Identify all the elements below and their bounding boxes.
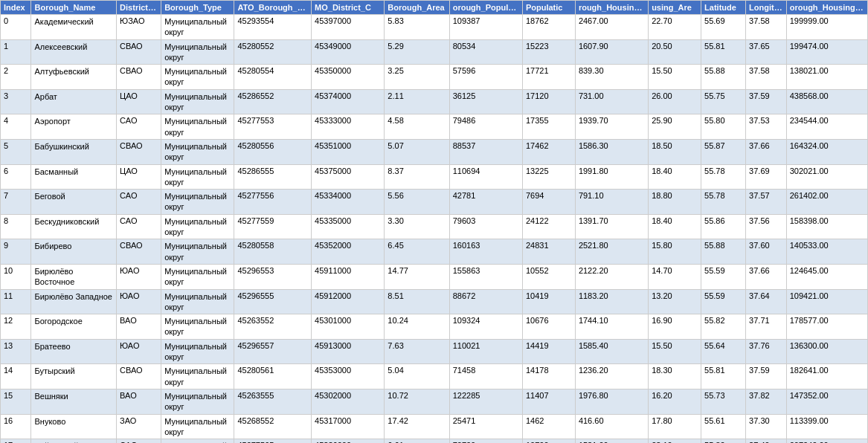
cell-borough_type: Муниципальный округ bbox=[161, 139, 234, 164]
cell-housing2: 25.90 bbox=[649, 114, 701, 140]
table-row: 13БратеевоЮАОМуниципальный округ45296557… bbox=[1, 339, 868, 364]
cell-price: 438568.00 bbox=[786, 89, 867, 114]
table-row: 15ВешнякиВАОМуниципальный округ452635554… bbox=[1, 389, 868, 414]
table-row: 14БутырскийСВАОМуниципальный округ452805… bbox=[1, 364, 868, 389]
cell-housing: 416.60 bbox=[575, 414, 648, 439]
col-header-housing2[interactable]: using_Are bbox=[649, 1, 701, 15]
cell-housing: 1991.80 bbox=[575, 164, 648, 190]
table-row: 5БабушкинскийСВАОМуниципальный округ4528… bbox=[1, 139, 868, 164]
cell-district_name: СВАО bbox=[117, 364, 161, 389]
cell-population: 160163 bbox=[449, 239, 522, 265]
cell-district_name: САО bbox=[117, 214, 161, 239]
col-header-area[interactable]: Borough_Area bbox=[385, 1, 449, 15]
cell-lon: 37.76 bbox=[746, 339, 787, 364]
cell-pop2: 24831 bbox=[522, 239, 575, 265]
cell-borough_name: Академический bbox=[31, 15, 117, 40]
cell-lat: 55.87 bbox=[701, 139, 746, 164]
cell-housing: 1976.80 bbox=[575, 389, 648, 414]
cell-lat: 55.88 bbox=[701, 65, 746, 90]
cell-index: 8 bbox=[1, 214, 31, 239]
cell-area: 6.61 bbox=[385, 439, 449, 443]
cell-housing: 791.10 bbox=[575, 190, 648, 215]
cell-lat: 55.80 bbox=[701, 114, 746, 140]
cell-mo: 45913000 bbox=[312, 339, 385, 364]
cell-borough_name: Бибирево bbox=[31, 239, 117, 265]
cell-borough_type: Муниципальный округ bbox=[161, 264, 234, 289]
cell-district_name: ЮАО bbox=[117, 289, 161, 314]
cell-price: 113399.00 bbox=[786, 414, 867, 439]
cell-housing2: 18.40 bbox=[649, 164, 701, 190]
cell-index: 13 bbox=[1, 339, 31, 364]
col-header-district_name[interactable]: District_Name bbox=[117, 1, 161, 15]
cell-mo: 45349000 bbox=[312, 39, 385, 65]
cell-index: 3 bbox=[1, 89, 31, 114]
cell-district_name: ЮАО bbox=[117, 339, 161, 364]
cell-housing2: 22.70 bbox=[649, 15, 701, 40]
cell-ato: 45280558 bbox=[234, 239, 312, 265]
col-header-lon[interactable]: Longitude bbox=[746, 1, 787, 15]
cell-pop2: 15223 bbox=[522, 39, 575, 65]
cell-housing2: 26.00 bbox=[649, 89, 701, 114]
col-header-index[interactable]: Index bbox=[1, 1, 31, 15]
cell-borough_name: Братеево bbox=[31, 339, 117, 364]
cell-population: 88672 bbox=[449, 289, 522, 314]
cell-ato: 45280556 bbox=[234, 139, 312, 164]
cell-price: 182641.00 bbox=[786, 364, 867, 389]
cell-ato: 45277556 bbox=[234, 190, 312, 215]
cell-housing: 1939.70 bbox=[575, 114, 648, 140]
col-header-housing[interactable]: rough_Housing_Ar bbox=[575, 1, 648, 15]
cell-pop2: 13225 bbox=[522, 164, 575, 190]
table-header-row: IndexBorough_NameDistrict_NameBorough_Ty… bbox=[1, 1, 868, 15]
cell-borough_name: Бирюлёво Восточное bbox=[31, 264, 117, 289]
col-header-ato[interactable]: ATO_Borough_Co bbox=[234, 1, 312, 15]
cell-lat: 55.78 bbox=[701, 164, 746, 190]
cell-housing: 1607.90 bbox=[575, 39, 648, 65]
table-row: 8БескудниковскийСАОМуниципальный округ45… bbox=[1, 214, 868, 239]
cell-borough_type: Муниципальный округ bbox=[161, 314, 234, 340]
col-header-population[interactable]: orough_Populatic bbox=[449, 1, 522, 15]
cell-index: 9 bbox=[1, 239, 31, 265]
cell-lat: 55.82 bbox=[701, 314, 746, 340]
cell-price: 147352.00 bbox=[786, 389, 867, 414]
cell-borough_type: Муниципальный округ bbox=[161, 214, 234, 239]
cell-lon: 37.64 bbox=[746, 289, 787, 314]
cell-ato: 45280561 bbox=[234, 364, 312, 389]
col-header-borough_type[interactable]: Borough_Type bbox=[161, 1, 234, 15]
cell-district_name: СВАО bbox=[117, 39, 161, 65]
col-header-pop2[interactable]: Populatic bbox=[522, 1, 575, 15]
cell-housing: 1586.30 bbox=[575, 139, 648, 164]
cell-district_name: ЮАО bbox=[117, 264, 161, 289]
cell-population: 88537 bbox=[449, 139, 522, 164]
cell-borough_type: Муниципальный округ bbox=[161, 439, 234, 443]
cell-housing: 2521.80 bbox=[575, 239, 648, 265]
table-row: 4АэропортСАОМуниципальный округ452775534… bbox=[1, 114, 868, 140]
cell-borough_type: Муниципальный округ bbox=[161, 164, 234, 190]
cell-pop2: 17355 bbox=[522, 114, 575, 140]
col-header-borough_name[interactable]: Borough_Name bbox=[31, 1, 117, 15]
cell-price: 138021.00 bbox=[786, 65, 867, 90]
col-header-price[interactable]: orough_Housing_Pric bbox=[786, 1, 867, 15]
cell-housing: 731.00 bbox=[575, 89, 648, 114]
cell-population: 110021 bbox=[449, 339, 522, 364]
cell-ato: 45277553 bbox=[234, 114, 312, 140]
cell-housing2: 23.10 bbox=[649, 439, 701, 443]
cell-lat: 55.59 bbox=[701, 289, 746, 314]
cell-ato: 45296555 bbox=[234, 289, 312, 314]
cell-population: 42781 bbox=[449, 190, 522, 215]
cell-mo: 45302000 bbox=[312, 389, 385, 414]
cell-mo: 45352000 bbox=[312, 239, 385, 265]
col-header-lat[interactable]: Latitude bbox=[701, 1, 746, 15]
cell-lat: 55.86 bbox=[701, 214, 746, 239]
cell-borough_type: Муниципальный округ bbox=[161, 114, 234, 140]
cell-housing2: 18.30 bbox=[649, 364, 701, 389]
cell-housing: 1183.20 bbox=[575, 289, 648, 314]
cell-area: 5.83 bbox=[385, 15, 449, 40]
cell-mo: 45334000 bbox=[312, 190, 385, 215]
cell-borough_type: Муниципальный округ bbox=[161, 89, 234, 114]
cell-housing2: 15.80 bbox=[649, 239, 701, 265]
cell-pop2: 18762 bbox=[522, 15, 575, 40]
cell-borough_name: Богородское bbox=[31, 314, 117, 340]
cell-lat: 55.88 bbox=[701, 239, 746, 265]
cell-lon: 37.57 bbox=[746, 190, 787, 215]
col-header-mo[interactable]: MO_District_C bbox=[312, 1, 385, 15]
